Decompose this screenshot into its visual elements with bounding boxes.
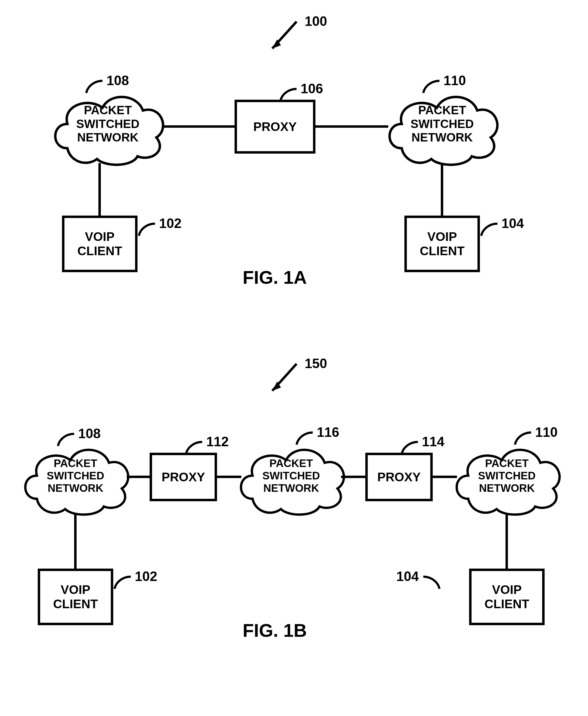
fig-a-caption: FIG. 1A <box>243 267 307 288</box>
link-cloudL-proxyL-b <box>127 476 151 478</box>
ref-108a: 108 <box>106 73 129 88</box>
fig-b-ref-arrow <box>256 359 304 399</box>
cloud-right-a-label: PACKET SWITCHED NETWORK <box>383 81 501 167</box>
cloud-mid-b-label: PACKET SWITCHED NETWORK <box>234 434 348 517</box>
cloud-network-right-b: PACKET SWITCHED NETWORK <box>450 434 564 517</box>
link-cloudL-proxy-a <box>162 125 236 128</box>
link-cloudL-clientL-b <box>74 513 77 570</box>
proxy-left-b: PROXY <box>150 453 217 501</box>
ref-tick-104a <box>479 221 500 237</box>
ref-tick-108a <box>84 78 105 94</box>
ref-tick-112 <box>183 439 205 455</box>
ref-106: 106 <box>301 81 323 96</box>
fig-a-ref-arrow <box>256 16 304 57</box>
ref-102b: 102 <box>135 569 157 584</box>
ref-tick-102b <box>112 574 133 590</box>
ref-104a: 104 <box>501 216 524 231</box>
link-proxyL-cloudM-b <box>216 476 241 478</box>
link-proxyR-cloudR-b <box>432 476 457 478</box>
ref-tick-106 <box>278 86 299 102</box>
link-cloudL-clientL-a <box>99 163 101 217</box>
ref-tick-116 <box>294 430 315 446</box>
fig-b-caption: FIG. 1B <box>243 620 307 641</box>
ref-108b: 108 <box>78 426 101 441</box>
ref-tick-108b <box>55 431 77 447</box>
ref-110b: 110 <box>535 425 558 440</box>
voip-client-right-a: VOIP CLIENT <box>404 216 480 272</box>
ref-tick-104b <box>421 574 442 590</box>
voip-right-a-label: VOIP CLIENT <box>420 230 464 258</box>
link-cloudR-clientR-a <box>441 163 443 217</box>
fig-b-ref-number: 150 <box>304 356 327 371</box>
cloud-network-left-a: PACKET SWITCHED NETWORK <box>48 81 167 167</box>
voip-left-b-label: VOIP CLIENT <box>53 583 98 611</box>
ref-114: 114 <box>422 434 444 450</box>
proxy-right-b-label: PROXY <box>377 470 421 484</box>
link-cloudM-proxyR-b <box>341 476 367 478</box>
ref-tick-102a <box>136 221 158 237</box>
link-proxy-cloudR-a <box>314 125 388 128</box>
cloud-right-b-label: PACKET SWITCHED NETWORK <box>450 434 564 517</box>
cloud-network-mid-b: PACKET SWITCHED NETWORK <box>234 434 348 517</box>
fig-a-ref-number: 100 <box>304 14 327 29</box>
diagram-page: 100 PACKET SWITCHED NETWORK 108 PACKET S… <box>0 0 588 716</box>
ref-116: 116 <box>317 425 339 440</box>
voip-right-b-label: VOIP CLIENT <box>484 583 529 611</box>
voip-client-right-b: VOIP CLIENT <box>469 569 545 625</box>
proxy-left-b-label: PROXY <box>162 470 205 484</box>
cloud-network-right-a: PACKET SWITCHED NETWORK <box>383 81 501 167</box>
ref-112: 112 <box>206 434 229 450</box>
ref-tick-114 <box>399 439 421 455</box>
ref-tick-110a <box>421 78 442 94</box>
ref-102a: 102 <box>159 216 182 231</box>
proxy-a-label: PROXY <box>253 120 297 134</box>
ref-110a: 110 <box>443 73 466 88</box>
ref-tick-110b <box>512 430 534 446</box>
proxy-right-b: PROXY <box>365 453 433 501</box>
voip-left-a-label: VOIP CLIENT <box>77 230 122 258</box>
ref-104b: 104 <box>396 569 419 584</box>
voip-client-left-a: VOIP CLIENT <box>62 216 138 272</box>
link-cloudR-clientR-b <box>505 513 508 570</box>
voip-client-left-b: VOIP CLIENT <box>38 569 113 625</box>
proxy-a: PROXY <box>234 100 315 154</box>
cloud-left-a-label: PACKET SWITCHED NETWORK <box>48 81 167 167</box>
